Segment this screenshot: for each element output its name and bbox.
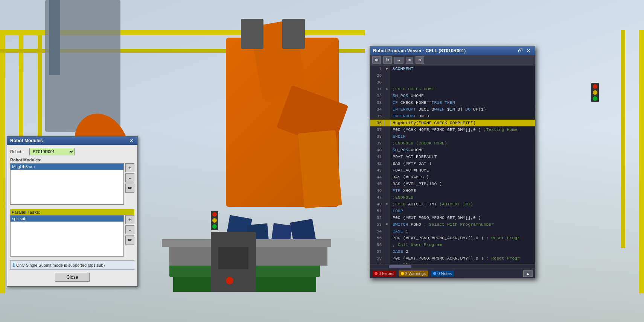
toolbar-freeze-btn[interactable]: ❄ [416,56,424,64]
marker-30 [384,79,390,86]
code-55: P00 (#EXT_PGNO,#PGNO_ACKN,DMY[],0 ) ; Re… [390,235,520,242]
marker-57 [384,248,390,255]
marker-42 [384,160,390,167]
code-line-45: 45 BAS (#VEL_PTP,100 ) [370,181,535,187]
code-line-40: 40 $H_POS=XHOME [370,147,535,153]
code-58: P00 (#EXT_PGNO,#PGNO_ACKN,DMY[],0 ) ; Re… [390,255,520,262]
code-line-47: 47 ;ENDFOLD [370,194,535,201]
h-scrollbar-thumb[interactable] [389,265,411,268]
module-add-btn[interactable]: + [125,163,134,172]
info-text: Only Single Submit mode is supported (sp… [16,263,105,267]
code-line-44: 44 BAS (#FRAMES ) [370,174,535,181]
gutter-42: 42 [370,160,384,167]
code-line-55: 55 P00 (#EXT_PGNO,#PGNO_ACKN,DMY[],0 ) ;… [370,235,535,242]
task-remove-btn[interactable]: - [125,225,134,234]
gutter-38: 38 [370,133,384,140]
warning-badge[interactable]: 2 Warnings [399,270,428,276]
modules-list[interactable]: MsgLib6.arc [10,163,124,205]
gutter-55: 55 [370,235,384,242]
gutter-51: 51 [370,208,384,214]
light-red [593,84,597,89]
gutter-57: 57 [370,248,384,255]
code-36: MsgNotify("HOME CHECK COMPLETE") [390,120,476,126]
notes-badge[interactable]: 0 Notes [431,270,454,276]
code-line-51: 51 LOOP [370,208,535,214]
code-56: ; Call User-Program [390,242,442,248]
gutter-31: 31 [370,86,384,93]
task-add-btn[interactable]: + [125,215,134,224]
module-item-0[interactable]: MsgLib6.arc [11,164,123,170]
toolbar-forward-btn[interactable]: → [394,57,403,64]
gutter-29: 29 [370,72,384,79]
marker-39 [384,140,390,147]
h-scrollbar[interactable] [370,264,535,269]
code-line-52: 52 P00 (#EXT_PGNO,#PGNO_GET,DMY[],0 ) [370,214,535,221]
marker-38 [384,133,390,140]
light-yellow [593,90,597,95]
module-remove-btn[interactable]: - [125,173,134,182]
marker-47 [384,194,390,201]
code-35: INTERRUPT ON 3 [390,113,429,120]
code-42: BAS (#PTP_DAT ) [390,160,432,167]
marker-41 [384,153,390,160]
robot-label: Robot: [10,149,27,154]
error-count: 0 Errors [379,271,393,276]
code-1: &COMMENT [390,65,413,72]
code-30 [390,79,393,86]
marker-56 [384,242,390,248]
code-line-46: 46 PTP XHOME [370,187,535,194]
module-edit-btn[interactable]: ✏ [125,184,134,193]
traffic-light-2 [211,211,218,230]
code-33: IF CHECK_HOME==TRUE THEN [390,99,455,106]
code-57: CASE 2 [390,248,408,255]
rpv-minimize-btn[interactable]: 🗗 [517,48,524,53]
fence-right2 [621,30,625,248]
close-panel-btn[interactable]: Close [55,273,90,282]
panel-close-btn[interactable]: ✕ [128,138,134,143]
code-31: ;FOLD CHECK HOME [390,86,434,93]
warning-dot [401,272,404,275]
code-line-30: 30 [370,79,535,86]
error-badge[interactable]: 0 Errors [372,270,396,276]
tasks-list-container: sps.sub + - ✏ [10,215,134,258]
robot-modules-panel: Robot Modules ✕ Robot: ST010R001 Robot M… [7,136,138,287]
gutter-48: 48 [370,201,384,208]
traffic-light [591,83,599,102]
task-item-0[interactable]: sps.sub [11,216,123,222]
marker-48[interactable]: ⊞ [384,201,390,208]
rpv-close-btn[interactable]: ✕ [525,48,532,53]
marker-36 [384,120,390,126]
statusbar-scroll-up[interactable]: ▲ [523,270,533,277]
tasks-list[interactable]: sps.sub [10,215,124,257]
notes-count: 0 Notes [437,271,452,276]
code-39: ;ENDFOLD (CHECK HOME) [390,140,447,147]
rpv-content: 1 ▶ &COMMENT 29 30 31 ⊞ ;FOLD CHECK HOME [370,65,535,269]
marker-58 [384,255,390,262]
gutter-53: 53 [370,221,384,228]
code-line-29: 29 [370,72,535,79]
task-edit-btn[interactable]: ✏ [125,235,134,245]
light2-yellow [212,218,217,223]
code-line-37: 37 P00 (#CHK_HOME,#PGNO_GET,DMY[],0 ) ;T… [370,126,535,133]
modules-list-box-container: MsgLib6.arc [10,163,124,206]
rpv-titlebar[interactable]: Robot Program Viewer - CELL (ST010R001) … [370,46,535,55]
marker-53[interactable]: ⊞ [384,221,390,228]
gutter-35: 35 [370,113,384,120]
marker-31[interactable]: ⊞ [384,86,390,93]
notes-dot [433,272,436,275]
light-green [593,96,597,101]
code-54: CASE 1 [390,228,408,235]
tasks-btn-group: + - ✏ [125,215,134,245]
code-line-43: 43 FDAT_ACT=FHOME [370,167,535,174]
toolbar-add-btn[interactable]: ⊕ [372,56,381,64]
toolbar-refresh-btn[interactable]: ↻ [383,56,392,64]
panel-titlebar[interactable]: Robot Modules ✕ [7,137,137,145]
gutter-37: 37 [370,126,384,133]
code-line-57: 57 CASE 2 [370,248,535,255]
toolbar-list-btn[interactable]: ≡ [406,57,413,64]
gutter-30: 30 [370,79,384,86]
code-46: PTP XHOME [390,187,416,194]
code-area[interactable]: 1 ▶ &COMMENT 29 30 31 ⊞ ;FOLD CHECK HOME [370,65,535,264]
code-48: ;FOLD AUTOEXT INI (AUTOEXT INI) [390,201,473,208]
robot-select[interactable]: ST010R001 [29,148,75,155]
